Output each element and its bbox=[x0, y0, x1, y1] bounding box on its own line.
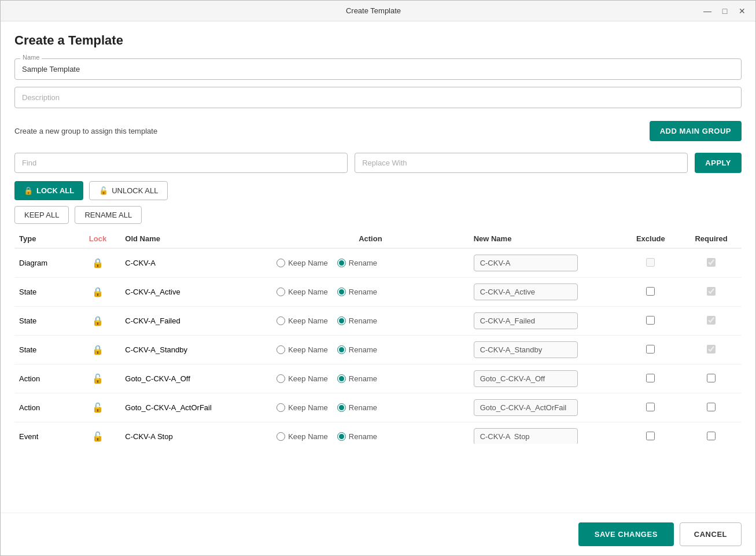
keep-name-radio[interactable] bbox=[276, 288, 285, 296]
rename-radio[interactable] bbox=[337, 259, 346, 267]
keep-all-button[interactable]: KEEP ALL bbox=[14, 206, 69, 224]
rename-radio[interactable] bbox=[337, 432, 346, 441]
cell-exclude bbox=[621, 307, 681, 336]
cell-old-name: Goto_C-CKV-A_Off bbox=[120, 364, 272, 393]
main-window: Create Template — □ ✕ Create a Template … bbox=[0, 0, 756, 556]
cell-type: State bbox=[14, 336, 75, 364]
rename-label[interactable]: Rename bbox=[337, 403, 377, 412]
cell-type: Action bbox=[14, 393, 75, 422]
rename-radio[interactable] bbox=[337, 316, 346, 325]
rename-label[interactable]: Rename bbox=[337, 432, 377, 441]
cell-required bbox=[681, 278, 742, 307]
cell-new-name bbox=[469, 422, 621, 444]
exclude-checkbox[interactable] bbox=[646, 432, 655, 440]
exclude-checkbox[interactable] bbox=[646, 316, 655, 325]
rename-label[interactable]: Rename bbox=[337, 345, 377, 354]
lock-open-icon: 🔓 bbox=[92, 403, 104, 413]
table-scroll[interactable]: Type Lock Old Name Action New Name Exclu… bbox=[14, 230, 742, 444]
header-type: Type bbox=[14, 230, 75, 248]
exclude-checkbox[interactable] bbox=[646, 403, 655, 411]
cell-required bbox=[681, 336, 742, 364]
new-name-input[interactable] bbox=[474, 255, 578, 271]
minimize-button[interactable]: — bbox=[701, 5, 714, 17]
keep-name-label[interactable]: Keep Name bbox=[276, 259, 328, 267]
keep-name-label[interactable]: Keep Name bbox=[276, 345, 328, 354]
title-bar: Create Template — □ ✕ bbox=[1, 1, 755, 21]
cell-lock: 🔓 bbox=[75, 422, 121, 444]
keep-name-label[interactable]: Keep Name bbox=[276, 403, 328, 412]
keep-name-label[interactable]: Keep Name bbox=[276, 316, 328, 325]
header-exclude: Exclude bbox=[621, 230, 681, 248]
keep-name-radio[interactable] bbox=[276, 403, 285, 412]
rename-radio[interactable] bbox=[337, 403, 346, 412]
rename-label[interactable]: Rename bbox=[337, 288, 377, 296]
new-name-input[interactable] bbox=[474, 341, 578, 358]
exclude-checkbox[interactable] bbox=[646, 374, 655, 382]
rename-all-button[interactable]: RENAME ALL bbox=[75, 206, 142, 224]
apply-button[interactable]: APPLY bbox=[695, 153, 742, 173]
required-checkbox[interactable] bbox=[707, 432, 716, 440]
lock-closed-icon: 🔒 bbox=[92, 345, 104, 355]
cancel-button[interactable]: CANCEL bbox=[680, 522, 742, 546]
required-checkbox[interactable] bbox=[707, 403, 716, 411]
exclude-checkbox[interactable] bbox=[646, 345, 655, 354]
required-checkbox bbox=[707, 287, 716, 296]
rename-radio[interactable] bbox=[337, 345, 346, 354]
rename-label[interactable]: Rename bbox=[337, 374, 377, 383]
cell-new-name bbox=[469, 364, 621, 393]
keep-name-radio[interactable] bbox=[276, 432, 285, 441]
cell-lock: 🔓 bbox=[75, 393, 121, 422]
action-radio-group: Keep Name Rename bbox=[276, 345, 464, 354]
name-field-group: Name bbox=[14, 58, 742, 80]
cell-action: Keep Name Rename bbox=[272, 307, 469, 336]
lock-all-button[interactable]: 🔒 LOCK ALL bbox=[14, 181, 83, 200]
keep-name-label[interactable]: Keep Name bbox=[276, 288, 328, 296]
keep-name-radio[interactable] bbox=[276, 316, 285, 325]
new-name-input[interactable] bbox=[474, 428, 578, 444]
description-input[interactable] bbox=[14, 87, 742, 108]
lock-closed-icon: 🔒 bbox=[92, 316, 104, 326]
rename-label[interactable]: Rename bbox=[337, 316, 377, 325]
rename-label[interactable]: Rename bbox=[337, 259, 377, 267]
cell-type: State bbox=[14, 278, 75, 307]
keep-name-radio[interactable] bbox=[276, 374, 285, 383]
keep-name-label[interactable]: Keep Name bbox=[276, 432, 328, 441]
page-title: Create a Template bbox=[14, 33, 742, 48]
lock-all-icon: 🔒 bbox=[24, 186, 33, 195]
exclude-checkbox bbox=[646, 258, 655, 267]
unlock-all-button[interactable]: 🔓 UNLOCK ALL bbox=[89, 181, 168, 200]
rename-radio[interactable] bbox=[337, 288, 346, 296]
new-name-input[interactable] bbox=[474, 283, 578, 300]
table-row: Action🔓Goto_C-CKV-A_ActOrFail Keep Name … bbox=[14, 393, 742, 422]
action-radio-group: Keep Name Rename bbox=[276, 316, 464, 325]
name-input[interactable] bbox=[14, 58, 742, 80]
cell-action: Keep Name Rename bbox=[272, 248, 469, 278]
new-name-input[interactable] bbox=[474, 399, 578, 416]
keep-name-label[interactable]: Keep Name bbox=[276, 374, 328, 383]
new-name-input[interactable] bbox=[474, 370, 578, 387]
cell-old-name: Goto_C-CKV-A_ActOrFail bbox=[120, 393, 272, 422]
cell-exclude bbox=[621, 422, 681, 444]
find-input[interactable] bbox=[14, 153, 348, 173]
cell-type: Action bbox=[14, 364, 75, 393]
replace-input[interactable] bbox=[355, 153, 688, 173]
required-checkbox[interactable] bbox=[707, 374, 716, 382]
new-name-input[interactable] bbox=[474, 312, 578, 329]
cell-new-name bbox=[469, 393, 621, 422]
cell-required bbox=[681, 248, 742, 278]
exclude-checkbox[interactable] bbox=[646, 287, 655, 296]
footer: SAVE CHANGES CANCEL bbox=[1, 513, 755, 555]
keep-name-radio[interactable] bbox=[276, 345, 285, 354]
table-row: State🔒C-CKV-A_Failed Keep Name Rename bbox=[14, 307, 742, 336]
save-changes-button[interactable]: SAVE CHANGES bbox=[578, 522, 674, 546]
add-main-group-button[interactable]: ADD MAIN GROUP bbox=[650, 121, 742, 141]
cell-action: Keep Name Rename bbox=[272, 422, 469, 444]
cell-lock: 🔒 bbox=[75, 278, 121, 307]
table-row: State🔒C-CKV-A_Standby Keep Name Rename bbox=[14, 336, 742, 364]
close-button[interactable]: ✕ bbox=[736, 5, 748, 17]
cell-new-name bbox=[469, 307, 621, 336]
cell-action: Keep Name Rename bbox=[272, 364, 469, 393]
maximize-button[interactable]: □ bbox=[718, 5, 731, 17]
keep-name-radio[interactable] bbox=[276, 259, 285, 267]
rename-radio[interactable] bbox=[337, 374, 346, 383]
